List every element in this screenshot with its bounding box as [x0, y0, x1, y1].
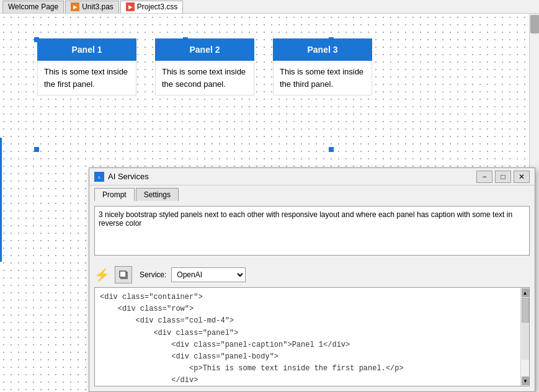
ai-services-dialog: A AI Services − □ ✕ Prompt [89, 167, 535, 392]
copy-button[interactable] [115, 266, 132, 283]
run-button[interactable]: ⚡ [94, 267, 110, 282]
panel-1: Panel 1 This is some text inside the fir… [37, 38, 136, 96]
panel-1-caption: Panel 1 [37, 38, 136, 61]
handle-br [329, 147, 334, 152]
tab-welcome[interactable]: Welcome Page [2, 1, 64, 13]
code-scroll-down[interactable]: ▼ [522, 376, 529, 385]
panels-area: Panel 1 This is some text inside the fir… [0, 14, 539, 108]
handle-bl [34, 147, 39, 152]
tab-unit3pas-label: Unit3.pas [82, 2, 114, 11]
panel-3-caption: Panel 3 [273, 38, 372, 61]
tab-project3css[interactable]: ▶ Project3.css [120, 1, 183, 13]
tab-settings-label: Settings [144, 190, 171, 199]
pas-icon: ▶ [71, 2, 79, 11]
panel-1-wrapper: Panel 1 This is some text inside the fir… [37, 38, 136, 96]
dialog-title-icon: A [94, 172, 104, 182]
scrollbar-thumb[interactable] [530, 15, 539, 33]
css-icon: ▶ [126, 2, 135, 11]
code-scrollbar[interactable]: ▲ ▼ [520, 288, 529, 386]
tab-bar: Welcome Page ▶ Unit3.pas ▶ Project3.css [0, 0, 539, 14]
panel-3-wrapper: Panel 3 This is some text inside the thi… [273, 38, 372, 96]
dialog-titlebar: A AI Services − □ ✕ [89, 168, 535, 185]
code-scroll-up[interactable]: ▲ [522, 288, 529, 297]
code-output-area: <div class="container"> <div class="row"… [94, 287, 530, 386]
dialog-tabs: Prompt Settings [89, 185, 535, 201]
dialog-title-area: A AI Services [94, 172, 149, 182]
vertical-selection-line [0, 138, 2, 262]
code-content: <div class="container"> <div class="row"… [95, 288, 529, 386]
panel-2-wrapper: Panel 2 This is some text inside the sec… [155, 38, 254, 96]
tab-welcome-label: Welcome Page [8, 2, 58, 11]
minimize-button[interactable]: − [476, 171, 492, 183]
svg-rect-3 [120, 271, 126, 277]
panel-2-caption: Panel 2 [155, 38, 254, 61]
code-scroll-handle[interactable] [522, 298, 529, 323]
code-scroll-track [522, 298, 529, 360]
copy-icon-svg [118, 270, 128, 280]
maximize-button[interactable]: □ [495, 171, 511, 183]
action-bar: ⚡ Service: OpenAI Anthropic Gemini [89, 262, 535, 287]
panel-2-body: This is some text inside the second pane… [155, 61, 254, 96]
close-button[interactable]: ✕ [514, 171, 530, 183]
panel-2: Panel 2 This is some text inside the sec… [155, 38, 254, 96]
service-label: Service: [140, 270, 166, 279]
tab-unit3pas[interactable]: ▶ Unit3.pas [65, 1, 119, 13]
panel-3-body: This is some text inside the third panel… [273, 61, 372, 96]
tab-project3css-label: Project3.css [137, 2, 177, 11]
main-area: Panel 1 This is some text inside the fir… [0, 14, 539, 392]
dialog-content: 3 nicely bootstrap styled panels next to… [89, 201, 535, 262]
tab-prompt-label: Prompt [102, 190, 127, 199]
tab-prompt[interactable]: Prompt [94, 188, 135, 201]
svg-text:A: A [97, 175, 100, 180]
ai-icon: A [96, 174, 102, 180]
dialog-title-text: AI Services [108, 172, 149, 181]
panel-3: Panel 3 This is some text inside the thi… [273, 38, 372, 96]
prompt-textarea[interactable]: 3 nicely bootstrap styled panels next to… [94, 206, 530, 256]
dialog-controls: − □ ✕ [476, 171, 530, 183]
tab-settings[interactable]: Settings [136, 188, 179, 201]
service-select[interactable]: OpenAI Anthropic Gemini [171, 267, 246, 282]
panel-1-body: This is some text inside the first panel… [37, 61, 136, 96]
